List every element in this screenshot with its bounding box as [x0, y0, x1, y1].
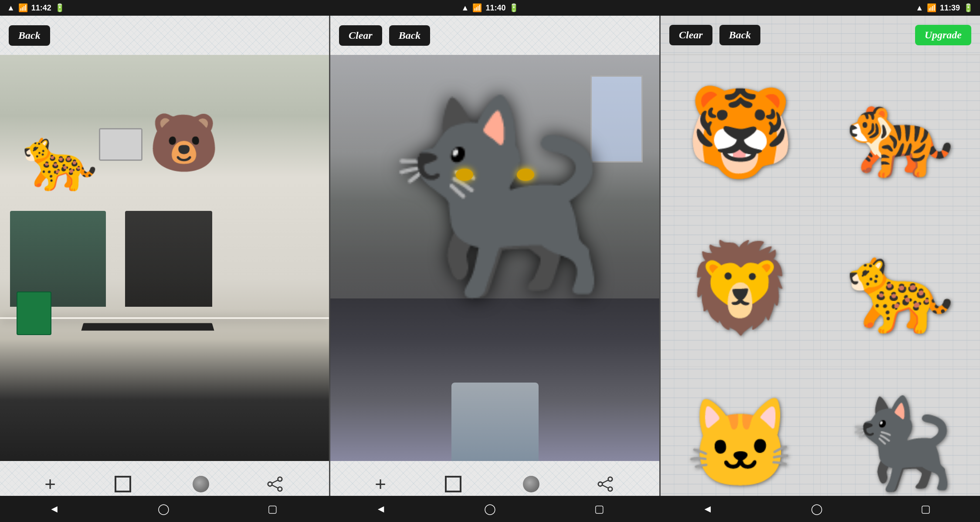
green-frame: [17, 292, 51, 335]
svg-line-8: [602, 480, 609, 484]
plus-icon-left: +: [44, 475, 56, 494]
svg-point-2: [268, 482, 272, 486]
recents-nav-icon-right[interactable]: ▢: [921, 503, 931, 515]
back-nav-icon-left[interactable]: ◄: [49, 503, 60, 515]
white-tiger-sticker: 🦁: [686, 237, 795, 339]
tiger-sticker-1: 🐯: [686, 81, 795, 184]
recents-nav-icon-center[interactable]: ▢: [594, 503, 604, 515]
sticker-cell-leopard[interactable]: 🐆: [821, 210, 980, 366]
clear-button-center[interactable]: Clear: [339, 25, 382, 46]
filters-icon-left: [193, 476, 209, 492]
share-icon-center: [597, 476, 614, 492]
back-button-left[interactable]: Back: [9, 25, 50, 46]
tiger-sticker-2: 🐅: [846, 81, 955, 184]
monitor: [99, 128, 142, 161]
sticker-grid: 🐯 🐅 🦁 🐆 🐱 🐈‍⬛: [661, 55, 980, 522]
nav-section-left: ◄ ◯ ▢: [0, 503, 327, 515]
photo-area-center: 🐈‍⬛: [330, 55, 659, 461]
nav-section-right: ◄ ◯ ▢: [653, 503, 980, 515]
panels-container: Back 🐆 🐻: [0, 16, 980, 522]
panther-emoji: 🐈‍⬛: [381, 90, 609, 305]
battery-icon-left: 🔋: [55, 3, 64, 13]
frames-icon-left: [115, 476, 131, 492]
laptop: [81, 323, 214, 330]
status-bar-center: ▲ 📶 11:40 🔋: [327, 3, 654, 13]
share-icon-left: [267, 476, 283, 492]
plus-icon-center: +: [375, 475, 386, 494]
panel-center: Clear Back 🐈‍⬛ +: [330, 16, 660, 522]
signal-icon-right: ▲: [916, 3, 923, 13]
svg-point-6: [608, 487, 613, 491]
sticker-cell-tiger-1[interactable]: 🐯: [661, 55, 821, 210]
svg-point-0: [278, 477, 282, 481]
time-right: 11:39: [940, 3, 960, 13]
home-nav-icon-right[interactable]: ◯: [811, 503, 823, 515]
nav-section-center: ◄ ◯ ▢: [327, 503, 654, 515]
wifi-icon-right: 📶: [927, 3, 936, 13]
svg-point-5: [608, 477, 613, 481]
back-nav-icon-center[interactable]: ◄: [376, 503, 386, 515]
office-scene: 🐆 🐻: [0, 55, 329, 461]
clear-button-right[interactable]: Clear: [669, 25, 712, 45]
signal-icon-center: ▲: [461, 3, 469, 13]
leopard-face-overlay: 🐆: [17, 116, 104, 203]
time-left: 11:42: [31, 3, 51, 13]
status-bar-right: ▲ 📶 11:39 🔋: [653, 3, 980, 13]
top-bar-left: Back: [0, 16, 329, 55]
sticker-cell-tiger-2[interactable]: 🐅: [821, 55, 980, 210]
svg-line-3: [272, 480, 278, 484]
panel-right: Clear Back Upgrade 🐯 🐅 🦁 🐆 🐱: [661, 16, 980, 522]
android-nav-bar: ◄ ◯ ▢ ◄ ◯ ▢ ◄ ◯ ▢: [0, 496, 980, 522]
svg-point-7: [598, 482, 603, 486]
person-right-torso: [125, 211, 212, 307]
panther-face-art: 🐈‍⬛: [386, 75, 604, 319]
wifi-icon-center: 📶: [472, 3, 482, 13]
panther-eye-right: [517, 169, 534, 181]
svg-point-1: [278, 487, 282, 491]
svg-line-9: [602, 485, 609, 488]
top-bar-right: Clear Back Upgrade: [661, 16, 980, 55]
panel-left: Back 🐆 🐻: [0, 16, 329, 522]
wifi-icon-left: 📶: [18, 3, 28, 13]
photo-area-left: 🐆 🐻: [0, 55, 329, 461]
bear-face-overlay: 🐻: [145, 104, 223, 182]
battery-icon-right: 🔋: [963, 3, 973, 13]
back-button-center[interactable]: Back: [389, 25, 431, 46]
back-button-right[interactable]: Back: [719, 25, 761, 45]
frames-icon-center: [445, 476, 461, 492]
filters-icon-center: [523, 476, 539, 492]
status-bar: ▲ 📶 11:42 🔋 ▲ 📶 11:40 🔋 ▲ 📶 11:39 🔋: [0, 0, 980, 16]
human-torso: [451, 383, 539, 461]
time-center: 11:40: [485, 3, 505, 13]
battery-icon-center: 🔋: [509, 3, 519, 13]
back-nav-icon-right[interactable]: ◄: [702, 503, 713, 515]
upgrade-button-right[interactable]: Upgrade: [915, 25, 971, 45]
signal-icon-left: ▲: [7, 3, 15, 13]
panther-eye-left: [456, 169, 473, 181]
home-nav-icon-left[interactable]: ◯: [158, 503, 170, 515]
top-bar-center: Clear Back: [330, 16, 659, 55]
black-panther-sticker: 🐈‍⬛: [846, 393, 955, 495]
panther-scene: 🐈‍⬛: [330, 55, 659, 461]
status-bar-left: ▲ 📶 11:42 🔋: [0, 3, 327, 13]
snow-leopard-sticker: 🐱: [686, 393, 795, 495]
leopard-sticker: 🐆: [846, 237, 955, 339]
home-nav-icon-center[interactable]: ◯: [484, 503, 496, 515]
svg-line-4: [272, 485, 278, 488]
recents-nav-icon-left[interactable]: ▢: [268, 503, 278, 515]
sticker-cell-white-tiger[interactable]: 🦁: [661, 210, 821, 366]
